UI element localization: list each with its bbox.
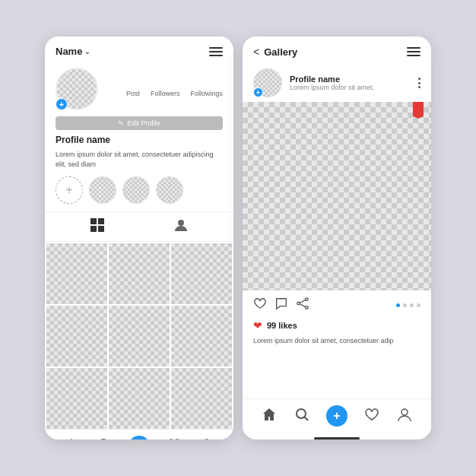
post-avatar: +: [253, 68, 282, 97]
bottom-nav-left: +: [45, 429, 233, 440]
story-1[interactable]: [89, 176, 116, 204]
followers-stat: Followers: [151, 81, 180, 97]
stories-row: +: [45, 176, 233, 204]
edit-icon: ✎: [118, 119, 124, 127]
grid-cell[interactable]: [46, 306, 107, 367]
profile-section: + Post Followers Followings: [45, 63, 233, 169]
heart-filled-icon: ❤: [253, 319, 262, 332]
avatar: +: [56, 68, 98, 110]
phones-container: Name ⌄ + Post: [45, 36, 431, 440]
dot-indicator-1: [396, 303, 400, 307]
chevron-down-icon: ⌄: [84, 48, 90, 56]
profile-nav-r[interactable]: [397, 407, 412, 426]
hamburger-menu[interactable]: [209, 47, 223, 56]
post-image: [243, 102, 431, 290]
dot-indicator-3: [410, 303, 414, 307]
story-3[interactable]: [156, 176, 183, 204]
heart-nav[interactable]: [167, 437, 182, 440]
home-indicator-right: [314, 437, 360, 440]
svg-point-8: [306, 298, 309, 301]
gallery-bar: < Gallery: [243, 36, 431, 64]
grid-cell[interactable]: [109, 368, 170, 429]
spacer: [243, 352, 431, 398]
svg-rect-2: [90, 226, 97, 232]
edit-profile-button[interactable]: ✎ Edit Profile: [56, 116, 223, 130]
add-story-button[interactable]: +: [56, 98, 68, 110]
post-add-story-btn[interactable]: +: [253, 87, 263, 97]
action-row: [243, 290, 431, 316]
profile-name: Profile name: [56, 135, 223, 145]
bookmark-icon[interactable]: [413, 102, 424, 119]
name-dropdown[interactable]: Name ⌄: [56, 46, 90, 57]
grid-cell[interactable]: [46, 243, 107, 304]
home-nav-r[interactable]: [262, 407, 277, 426]
svg-line-12: [300, 300, 305, 303]
grid-cell[interactable]: [171, 306, 232, 367]
caption-text: Lorem ipsum dolor sit amet, consectetuer…: [243, 335, 431, 352]
post-header: + Profile name Lorem ipsum dolor sit ame…: [243, 64, 431, 102]
svg-point-9: [306, 306, 309, 309]
more-options-button[interactable]: [418, 78, 420, 88]
action-icons-left: [253, 297, 309, 313]
search-nav[interactable]: [97, 437, 112, 440]
back-arrow-icon: <: [253, 46, 259, 58]
name-label: Name: [56, 46, 82, 57]
posts-stat: Post: [126, 81, 140, 97]
svg-point-15: [401, 409, 408, 415]
profile-nav[interactable]: [199, 437, 214, 440]
search-nav-r[interactable]: [294, 407, 309, 426]
like-button[interactable]: [253, 297, 267, 313]
gallery-title: Gallery: [264, 46, 297, 58]
grid-cell[interactable]: [171, 368, 232, 429]
followings-stat: Followings: [190, 81, 223, 97]
dot-indicator-2: [403, 303, 407, 307]
svg-line-14: [304, 417, 308, 420]
grid-tab[interactable]: [90, 218, 104, 235]
grid-cell[interactable]: [109, 306, 170, 367]
svg-point-10: [297, 302, 300, 305]
bio-text: Lorem ipsum dolor sit amet, consectetuer…: [56, 150, 223, 169]
grid-cell[interactable]: [109, 243, 170, 304]
svg-rect-1: [98, 218, 104, 224]
post-profile-name: Profile name: [290, 75, 411, 84]
heart-nav-r[interactable]: [364, 407, 379, 426]
svg-rect-3: [98, 226, 104, 232]
right-phone: < Gallery + Profile name Lorem ipsum dol…: [243, 36, 431, 440]
bottom-nav-right: +: [243, 398, 431, 434]
profile-row: + Post Followers Followings: [56, 68, 223, 110]
gallery-back[interactable]: < Gallery: [253, 46, 297, 58]
add-nav[interactable]: +: [129, 436, 150, 440]
share-button[interactable]: [296, 297, 309, 313]
carousel-indicators: [396, 303, 420, 307]
person-tab[interactable]: [174, 218, 188, 235]
home-nav[interactable]: [64, 437, 79, 440]
post-subtitle: Lorem ipsum dolor sit amet,: [290, 84, 411, 91]
svg-line-11: [300, 304, 305, 307]
likes-count: 99 likes: [267, 321, 297, 330]
tab-row: [45, 211, 233, 242]
photo-grid: [45, 243, 233, 429]
comment-button[interactable]: [274, 297, 288, 313]
left-phone: Name ⌄ + Post: [45, 36, 233, 440]
grid-cell[interactable]: [46, 368, 107, 429]
top-bar-left: Name ⌄: [45, 36, 233, 63]
svg-point-4: [178, 220, 184, 226]
dot-indicator-4: [417, 303, 420, 307]
grid-cell[interactable]: [171, 243, 232, 304]
post-info: Profile name Lorem ipsum dolor sit amet,: [290, 75, 411, 91]
add-nav-r[interactable]: +: [326, 405, 347, 427]
likes-row: ❤ 99 likes: [243, 316, 431, 335]
story-2[interactable]: [122, 176, 150, 204]
add-story-circle[interactable]: +: [56, 176, 83, 204]
stats-row: Post Followers Followings: [126, 81, 223, 97]
svg-rect-0: [90, 218, 97, 224]
hamburger-menu-right[interactable]: [407, 47, 420, 56]
